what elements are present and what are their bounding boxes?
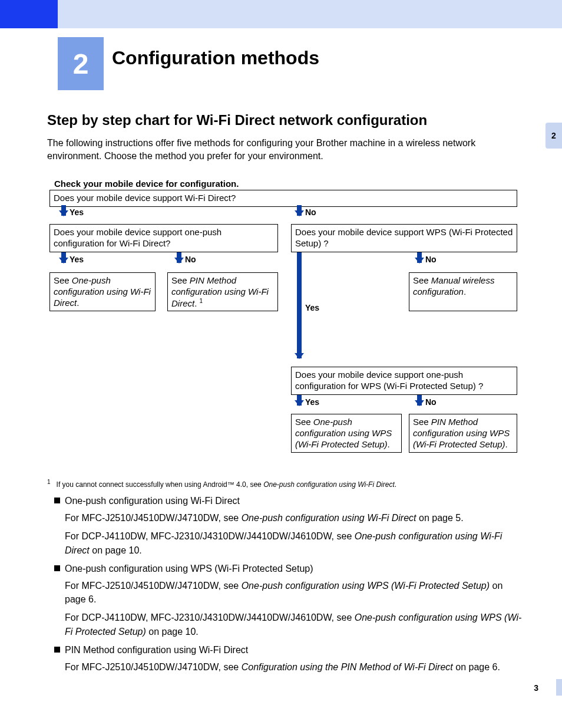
bullet-list: One-push configuration using Wi-Fi Direc…	[54, 494, 525, 678]
flow-result-2: See PIN Method configuration using Wi-Fi…	[167, 272, 278, 311]
label-no: No	[425, 397, 437, 407]
bullet-sub: For MFC-J2510/J4510DW/J4710DW, see One-p…	[65, 511, 525, 525]
chapter-number: 2	[73, 48, 89, 80]
flow-q3: Does your mobile device support WPS (Wi-…	[291, 224, 517, 252]
text: For MFC-J2510/J4510DW/J4710DW, see	[65, 662, 242, 672]
chapter-number-box: 2	[58, 37, 104, 90]
header-accent	[0, 0, 58, 28]
section-title: Step by step chart for Wi-Fi Direct netw…	[47, 112, 427, 129]
text: For DCP-J4110DW, MFC-J2310/J4310DW/J4410…	[65, 531, 355, 541]
text: For MFC-J2510/J4510DW/J4710DW, see	[65, 581, 242, 591]
bullet-icon	[54, 647, 60, 653]
page-tab	[556, 679, 562, 696]
text: See	[171, 275, 190, 285]
text: .	[77, 298, 79, 308]
list-item: One-push configuration using Wi-Fi Direc…	[54, 494, 525, 508]
chapter-title: Configuration methods	[112, 47, 319, 69]
arrow-icon	[297, 395, 302, 406]
text: For MFC-J2510/J4510DW/J4710DW, see	[65, 513, 242, 523]
text: .	[505, 439, 508, 449]
list-item: One-push configuration using WPS (Wi-Fi …	[54, 562, 525, 575]
text: See	[413, 275, 431, 285]
intro-paragraph: The following instructions offer five me…	[47, 137, 518, 163]
text: .	[395, 480, 396, 489]
link-text[interactable]: Configuration using the PIN Method of Wi…	[242, 662, 453, 672]
arrow-icon	[61, 205, 66, 216]
flow-result-3: See Manual wireless configuration.	[409, 272, 517, 311]
link-text[interactable]: One-push configuration using Wi-Fi Direc…	[242, 513, 416, 523]
arrow-icon	[417, 395, 422, 406]
arrow-icon	[417, 252, 422, 263]
bullet-text: One-push configuration using Wi-Fi Direc…	[65, 494, 240, 508]
arrow-icon	[61, 252, 66, 263]
flow-q1: Does your mobile device support Wi-Fi Di…	[49, 190, 517, 207]
text: .	[194, 298, 199, 308]
bullet-sub: For DCP-J4110DW, MFC-J2310/J4310DW/J4410…	[65, 529, 525, 556]
bullet-icon	[54, 565, 60, 571]
label-no: No	[305, 207, 316, 217]
footnote: 1 If you cannot connect successfully whe…	[47, 479, 518, 489]
bullet-sub: For MFC-J2510/J4510DW/J4710DW, see One-p…	[65, 579, 525, 606]
label-yes: Yes	[305, 397, 319, 407]
text: on page 10.	[146, 627, 199, 637]
label-yes: Yes	[70, 255, 84, 264]
flow-q2: Does your mobile device support one-push…	[49, 224, 278, 252]
bullet-sub: For DCP-J4110DW, MFC-J2310/J4310DW/J4410…	[65, 611, 525, 638]
link-text[interactable]: One-push configuration using WPS (Wi-Fi …	[242, 581, 490, 591]
side-tab-number: 2	[551, 131, 556, 140]
bullet-icon	[54, 498, 60, 503]
list-item: PIN Method configuration using Wi-Fi Dir…	[54, 643, 525, 657]
arrow-icon	[297, 252, 302, 358]
text: See	[295, 417, 313, 427]
text: If you cannot connect successfully when …	[57, 480, 264, 489]
text: on page 6.	[453, 662, 500, 672]
text: .	[388, 439, 390, 449]
text: For DCP-J4110DW, MFC-J2310/J4310DW/J4410…	[65, 612, 355, 622]
text: on page 10.	[90, 545, 142, 555]
label-no: No	[185, 255, 196, 264]
bullet-text: PIN Method configuration using Wi-Fi Dir…	[65, 643, 248, 657]
label-no: No	[425, 255, 437, 264]
footnote-ref[interactable]: 1	[200, 298, 203, 304]
check-heading: Check your mobile device for configurati…	[54, 179, 239, 189]
flow-result-5: See PIN Method configuration using WPS (…	[409, 414, 517, 453]
flow-q4: Does your mobile device support one-push…	[291, 367, 517, 395]
label-yes: Yes	[305, 303, 319, 312]
label-yes: Yes	[70, 207, 84, 217]
header-band	[0, 0, 562, 28]
text: on page 5.	[416, 513, 464, 523]
page-number: 3	[534, 683, 538, 693]
text: See	[413, 417, 431, 427]
text: See	[54, 275, 72, 285]
flow-result-1: See One-push configuration using Wi-Fi D…	[49, 272, 156, 311]
side-tab: 2	[546, 123, 562, 149]
footnote-marker: 1	[47, 479, 51, 485]
bullet-sub: For MFC-J2510/J4510DW/J4710DW, see Confi…	[65, 660, 525, 674]
arrow-icon	[177, 252, 181, 263]
arrow-icon	[297, 205, 302, 216]
link-text[interactable]: One-push configuration using Wi-Fi Direc…	[263, 480, 395, 489]
bullet-text: One-push configuration using WPS (Wi-Fi …	[65, 562, 313, 575]
flow-result-4: See One-push configuration using WPS (Wi…	[291, 414, 402, 453]
text: .	[464, 286, 466, 297]
